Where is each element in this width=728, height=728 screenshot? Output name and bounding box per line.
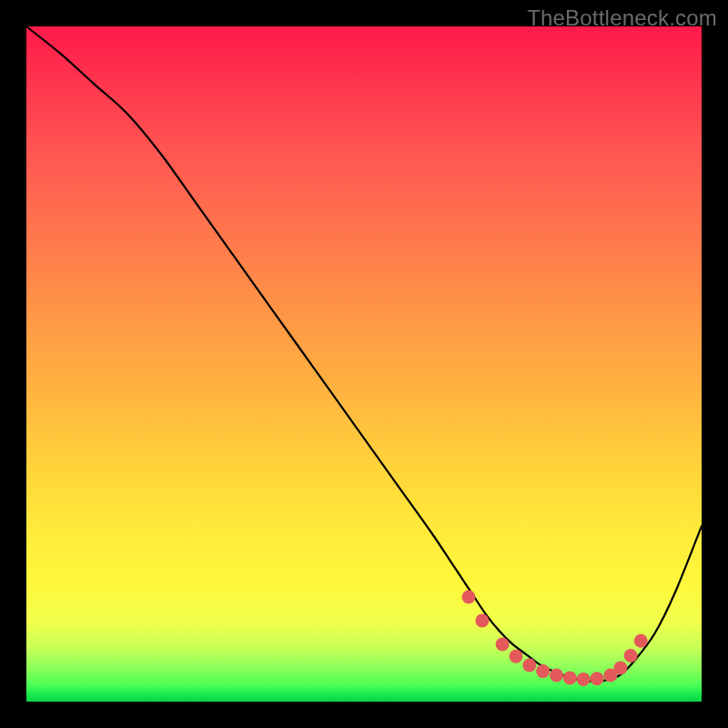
- marker-dot: [624, 649, 638, 662]
- plot-area: [26, 26, 702, 702]
- marker-dot: [522, 658, 536, 672]
- chart-frame: TheBottleneck.com: [0, 0, 728, 728]
- marker-dot: [590, 672, 603, 685]
- marker-dot: [496, 637, 510, 651]
- marker-dot: [536, 664, 550, 678]
- marker-dot: [550, 669, 563, 682]
- marker-dot: [462, 590, 476, 603]
- marker-dots: [462, 590, 648, 686]
- marker-dot: [577, 672, 591, 686]
- chart-svg: [26, 26, 702, 702]
- marker-dot: [613, 661, 627, 674]
- marker-dot: [634, 634, 648, 648]
- marker-dot: [563, 672, 577, 685]
- marker-dot: [509, 650, 522, 663]
- marker-dot: [475, 613, 489, 627]
- watermark-text: TheBottleneck.com: [527, 5, 717, 31]
- bottleneck-curve: [26, 26, 702, 682]
